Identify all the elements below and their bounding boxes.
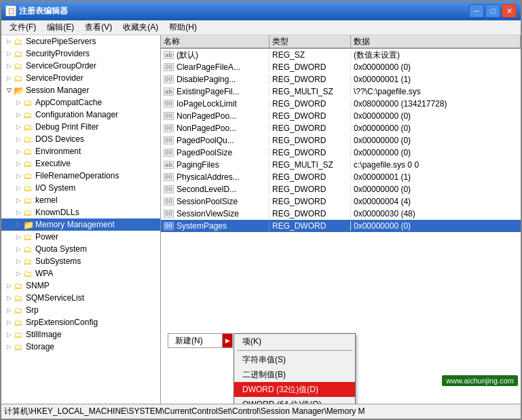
- folder-icon: 🗂: [14, 318, 24, 327]
- col-header-name[interactable]: 名称: [161, 35, 269, 47]
- tree-label: ServiceGroupOrder: [26, 61, 96, 71]
- cell-data: 0x08000000 (134217728): [351, 99, 521, 109]
- new-submenu: 项(K) 字符串值(S) 二进制值(B) DWORD (32位)值(D) QWO…: [234, 333, 356, 404]
- window-controls: ─ □ ✕: [469, 4, 517, 18]
- cell-data: (数值未设置): [351, 50, 521, 61]
- cell-type: REG_DWORD: [269, 75, 351, 84]
- table-row[interactable]: 00 PagedPoolQu... REG_DWORD 0x00000000 (…: [161, 134, 521, 147]
- folder-icon: 🗂: [14, 37, 24, 46]
- ctx-item-dword32[interactable]: DWORD (32位)值(D): [234, 382, 355, 397]
- col-header-type[interactable]: 类型: [269, 35, 351, 47]
- window-title: 注册表编辑器: [19, 5, 68, 17]
- tree-item-srp[interactable]: ▷ 🗂 Srp: [1, 304, 160, 316]
- tree-item-memmgmt[interactable]: ▷ 📁 Memory Management: [1, 218, 160, 231]
- toggle-icon: ▷: [14, 172, 23, 179]
- toggle-icon: ▷: [4, 294, 14, 301]
- tree-item-debugprint[interactable]: ▷ 🗂 Debug Print Filter: [1, 121, 160, 133]
- toggle-icon: ▷: [14, 111, 23, 118]
- tree-item-wpa[interactable]: ▷ 🗂 WPA: [1, 267, 160, 280]
- table-row[interactable]: ab ExistingPageFil... REG_MULTI_SZ \??\C…: [161, 85, 521, 98]
- table-row[interactable]: 00 SessionPoolSize REG_DWORD 0x00000004 …: [161, 195, 521, 208]
- tree-item-stillimage[interactable]: ▷ 🗂 StillImage: [1, 328, 160, 341]
- registry-editor-window: 📋 注册表编辑器 ─ □ ✕ 文件(F) 编辑(E) 查看(V) 收藏夹(A) …: [0, 0, 522, 420]
- table-row[interactable]: ab (默认) REG_SZ (数值未设置): [161, 49, 521, 61]
- tree-item-sessmgr[interactable]: ▽ 📂 Session Manager: [1, 84, 160, 96]
- table-row[interactable]: 00 IoPageLockLimit REG_DWORD 0x08000000 …: [161, 98, 521, 110]
- table-row[interactable]: 00 NonPagedPoo... REG_DWORD 0x00000000 (…: [161, 122, 521, 134]
- cell-data: 0x00000000 (0): [351, 111, 521, 121]
- toggle-icon: ▷: [14, 148, 23, 155]
- tree-item-secprov[interactable]: ▷ 🗂 SecurityProviders: [1, 47, 160, 60]
- tree-label: AppCompatCache: [35, 98, 102, 107]
- toggle-icon: ▽: [4, 87, 14, 94]
- tree-label: Session Manager: [26, 85, 89, 95]
- menu-help[interactable]: 帮助(H): [164, 20, 202, 35]
- tree-item-securepipe[interactable]: ▷ 🗂 SecurePipeServers: [1, 35, 160, 47]
- table-row[interactable]: 00 PhysicalAddres... REG_DWORD 0x0000000…: [161, 171, 521, 183]
- tree-label: I/O System: [35, 183, 75, 193]
- tree-item-confmgr[interactable]: ▷ 🗂 Configuration Manager: [1, 109, 160, 121]
- toggle-icon: ▷: [4, 331, 14, 338]
- toggle-icon: ▷: [14, 99, 23, 106]
- table-row[interactable]: ab PagingFiles REG_MULTI_SZ c:\pagefile.…: [161, 159, 521, 171]
- folder-icon: 🗂: [23, 110, 34, 119]
- tree-item-srpext[interactable]: ▷ 🗂 SrpExtensionConfig: [1, 316, 160, 328]
- tree-item-environment[interactable]: ▷ 🗂 Environment: [1, 145, 160, 157]
- tree-item-executive[interactable]: ▷ 🗂 Executive: [1, 157, 160, 170]
- tree-item-knowndlls[interactable]: ▷ 🗂 KnownDLLs: [1, 206, 160, 218]
- tree-item-storage[interactable]: ▷ 🗂 Storage: [1, 341, 160, 353]
- cell-data: 0x00000000 (0): [351, 148, 521, 157]
- ctx-item-item[interactable]: 项(K): [234, 334, 355, 349]
- ctx-item-binary[interactable]: 二进制值(B): [234, 367, 355, 382]
- menu-edit[interactable]: 编辑(E): [41, 20, 79, 35]
- cell-type: REG_DWORD: [269, 62, 351, 72]
- tree-item-iosystem[interactable]: ▷ 🗂 I/O System: [1, 182, 160, 194]
- menu-file[interactable]: 文件(F): [4, 20, 41, 35]
- tree-item-snmp[interactable]: ▷ 🗂 SNMP: [1, 280, 160, 292]
- dword-icon: 00: [164, 136, 174, 145]
- tree-item-quotasys[interactable]: ▷ 🗂 Quota System: [1, 243, 160, 255]
- tree-item-kernel[interactable]: ▷ 🗂 kernel: [1, 194, 160, 206]
- tree-item-svcprov[interactable]: ▷ 🗂 ServiceProvider: [1, 72, 160, 84]
- close-button[interactable]: ✕: [502, 4, 517, 18]
- toggle-icon: ▷: [4, 50, 14, 57]
- table-row[interactable]: 00 SessionViewSize REG_DWORD 0x00000030 …: [161, 208, 521, 220]
- status-text: 计算机\HKEY_LOCAL_MACHINE\SYSTEM\CurrentCon…: [4, 406, 365, 417]
- table-row-selected[interactable]: 00 SystemPages REG_DWORD 0x00000000 (0): [161, 220, 521, 232]
- folder-icon: 🗂: [14, 342, 24, 351]
- tree-label: Srp: [26, 305, 39, 315]
- tree-label: SubSystems: [35, 256, 81, 266]
- table-row[interactable]: 00 SecondLevelD... REG_DWORD 0x00000000 …: [161, 183, 521, 195]
- tree-item-svcgroup[interactable]: ▷ 🗂 ServiceGroupOrder: [1, 60, 160, 72]
- menu-favorites[interactable]: 收藏夹(A): [117, 20, 164, 35]
- tree-item-sqmsvc[interactable]: ▷ 🗂 SQMServiceList: [1, 292, 160, 304]
- maximize-button[interactable]: □: [485, 4, 500, 18]
- tree-item-appcompat[interactable]: ▷ 🗂 AppCompatCache: [1, 96, 160, 109]
- ctx-item-qword64[interactable]: QWORD (64 位)值(Q): [234, 397, 355, 404]
- tree-panel[interactable]: ▷ 🗂 SecurePipeServers ▷ 🗂 SecurityProvid…: [1, 35, 161, 404]
- cell-data: 0x00000000 (0): [351, 136, 521, 145]
- table-row[interactable]: 00 DisablePaging... REG_DWORD 0x00000001…: [161, 73, 521, 85]
- folder-icon: 🗂: [23, 122, 34, 132]
- tree-item-filerename[interactable]: ▷ 🗂 FileRenameOperations: [1, 170, 160, 182]
- menu-view[interactable]: 查看(V): [79, 20, 117, 35]
- title-bar-left: 📋 注册表编辑器: [5, 5, 68, 17]
- table-row[interactable]: 00 NonPagedPoo... REG_DWORD 0x00000000 (…: [161, 110, 521, 122]
- col-header-data[interactable]: 数据: [351, 35, 521, 47]
- cell-name: 00 PhysicalAddres...: [161, 172, 269, 182]
- table-row[interactable]: 00 ClearPageFileA... REG_DWORD 0x0000000…: [161, 61, 521, 73]
- tree-item-subsystems[interactable]: ▷ 🗂 SubSystems: [1, 255, 160, 267]
- folder-icon: 🗂: [14, 49, 24, 58]
- cell-type: REG_DWORD: [269, 185, 351, 194]
- ctx-item-string[interactable]: 字符串值(S): [234, 352, 355, 367]
- cell-name: ab ExistingPageFil...: [161, 87, 269, 96]
- ab-icon: ab: [164, 160, 174, 170]
- cell-name: 00 PagedPoolSize: [161, 148, 269, 157]
- reg-column-headers: 名称 类型 数据: [161, 35, 521, 49]
- table-row[interactable]: 00 PagedPoolSize REG_DWORD 0x00000000 (0…: [161, 147, 521, 159]
- tree-item-power[interactable]: ▷ 🗂 Power: [1, 231, 160, 243]
- dword-icon: 00: [164, 221, 174, 231]
- tree-item-dosdev[interactable]: ▷ 🗂 DOS Devices: [1, 133, 160, 145]
- cell-data: 0x00000000 (0): [351, 62, 521, 72]
- minimize-button[interactable]: ─: [469, 4, 484, 18]
